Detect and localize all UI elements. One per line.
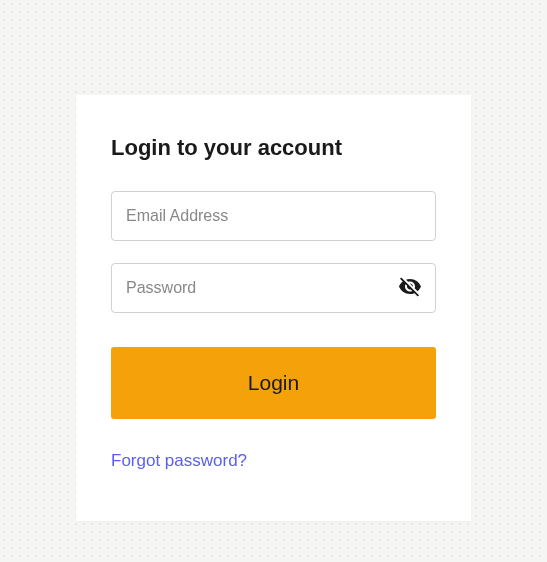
- login-card: Login to your account Login Forgot passw…: [76, 95, 471, 521]
- login-title: Login to your account: [111, 135, 436, 161]
- password-field[interactable]: [111, 263, 436, 313]
- login-button[interactable]: Login: [111, 347, 436, 419]
- toggle-password-visibility-button[interactable]: [394, 271, 426, 306]
- forgot-password-link[interactable]: Forgot password?: [111, 451, 247, 470]
- email-field[interactable]: [111, 191, 436, 241]
- email-field-wrapper: [111, 191, 436, 241]
- password-field-wrapper: [111, 263, 436, 313]
- eye-off-icon: [398, 275, 422, 302]
